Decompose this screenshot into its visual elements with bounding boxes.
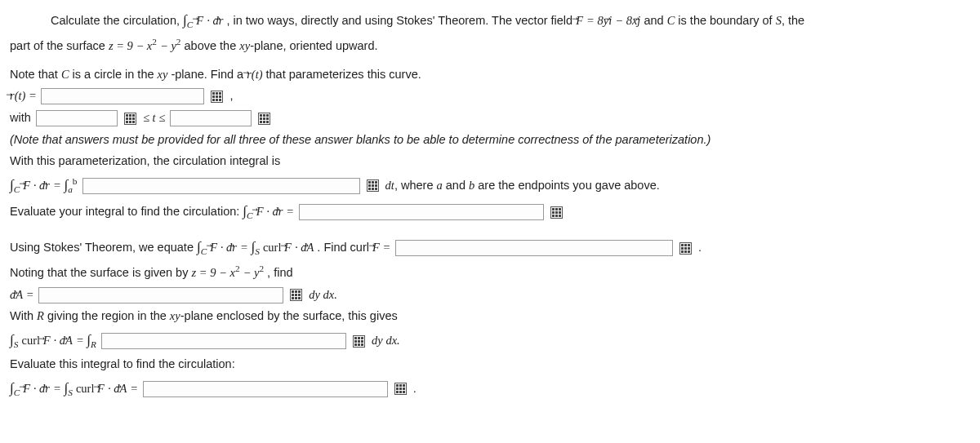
final-line: C F · dr = S curl F · dA = . <box>10 376 970 401</box>
param-note: (Note that answers must be provided for … <box>10 130 970 150</box>
dA-row: dA = dy dx. <box>10 285 970 305</box>
input-dA[interactable] <box>38 287 283 303</box>
curl-integral-row: S curl F · dA = R dy dx. <box>10 328 970 352</box>
noting-row: Noting that the surface is given by z = … <box>10 261 970 282</box>
keypad-icon[interactable] <box>394 383 407 395</box>
evaluate-direct-row: Evaluate your integral to find the circu… <box>10 199 970 224</box>
final-eval-text: Evaluate this integral to find the circu… <box>10 354 970 374</box>
keypad-icon[interactable] <box>367 179 379 192</box>
keypad-icon[interactable] <box>290 289 302 301</box>
input-curl-F[interactable] <box>395 240 673 256</box>
intro-line-2: part of the surface z = 9 − x2 − y2 abov… <box>10 34 970 55</box>
intro-line-1: Calculate the circulation, C F · dr , in… <box>10 8 970 33</box>
input-t-lower[interactable] <box>36 110 118 126</box>
circulation-integral-row: C F · dr = ab dt, where a and b are the … <box>10 173 970 197</box>
stokes-row: Using Stokes' Theorem, we equate C F · d… <box>10 235 970 259</box>
keypad-icon[interactable] <box>550 206 563 219</box>
keypad-icon[interactable] <box>258 113 270 125</box>
keypad-icon[interactable] <box>211 91 223 103</box>
input-circulation-stokes[interactable] <box>143 381 388 397</box>
keypad-icon[interactable] <box>124 113 136 125</box>
keypad-icon[interactable] <box>353 335 365 348</box>
with-param-text: With this parameterization, the circulat… <box>10 151 970 171</box>
param-r-row: r(t) = , <box>10 86 970 106</box>
input-integrand-R[interactable] <box>101 333 346 349</box>
note-circle: Note that C is a circle in the xy -plane… <box>10 64 970 85</box>
text: Calculate the circulation, <box>51 14 183 27</box>
param-bounds-row: with ≤ t ≤ <box>10 108 970 128</box>
input-circulation-direct[interactable] <box>299 204 544 220</box>
input-t-upper[interactable] <box>170 110 252 126</box>
input-r-of-t[interactable] <box>41 88 204 104</box>
with-R-row: With R giving the region in the xy-plane… <box>10 306 970 326</box>
input-integrand-dt[interactable] <box>82 178 360 194</box>
keypad-icon[interactable] <box>679 242 692 255</box>
